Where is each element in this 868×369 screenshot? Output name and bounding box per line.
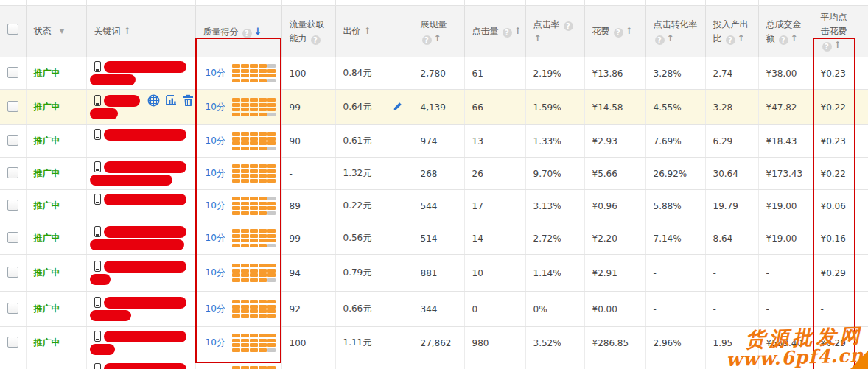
cell-keyword[interactable] — [86, 292, 195, 327]
col-header-roi[interactable]: 投入产出比?↑ — [705, 6, 758, 57]
col-header-ctr[interactable]: 点击率?↑ — [525, 6, 584, 57]
help-icon[interactable]: ? — [822, 42, 832, 52]
cell-status[interactable]: 推广中 — [26, 90, 86, 125]
quality-score-value[interactable]: 10分 — [206, 267, 225, 279]
quality-score-value[interactable]: 10分 — [206, 101, 225, 113]
edit-bid-icon[interactable] — [392, 100, 404, 114]
help-icon[interactable]: ? — [726, 35, 735, 45]
cell-keyword[interactable] — [86, 125, 195, 158]
cell-bid[interactable]: 0.84元 — [335, 57, 413, 90]
sort-up-icon[interactable]: ↑ — [514, 26, 522, 36]
col-header-cost[interactable]: 花费?↑ — [584, 6, 645, 57]
cell-checkbox — [0, 57, 26, 90]
sort-up-icon[interactable]: ↑ — [667, 33, 674, 43]
row-checkbox[interactable] — [7, 200, 18, 211]
cell-bid[interactable]: 0.22元 — [335, 190, 413, 222]
cell-status[interactable]: 推广中 — [26, 255, 86, 292]
col-header-cvr[interactable]: 点击转化率?↑ — [645, 6, 705, 57]
col-header-quality[interactable]: 质量得分?↓ — [195, 6, 281, 57]
filter-dropdown-icon[interactable]: ▼ — [60, 27, 65, 35]
help-icon[interactable]: ? — [655, 35, 665, 45]
help-icon[interactable]: ? — [614, 28, 623, 38]
select-all-checkbox[interactable] — [7, 24, 18, 35]
row-checkbox[interactable] — [7, 167, 18, 178]
cell-status[interactable]: 推广中 — [26, 359, 86, 369]
quality-score-value[interactable]: 10分 — [206, 167, 225, 180]
cell-keyword[interactable] — [86, 255, 195, 292]
cell-bid[interactable]: 1.11元 — [335, 327, 413, 359]
cell-bid[interactable]: 0.79元 — [335, 255, 413, 292]
trash-icon[interactable] — [183, 94, 194, 107]
row-checkbox[interactable] — [7, 67, 18, 78]
sort-down-icon[interactable]: ↓ — [254, 26, 262, 37]
cell-status[interactable]: 推广中 — [26, 158, 86, 190]
cell-keyword[interactable] — [86, 327, 195, 359]
cell-keyword[interactable] — [86, 222, 195, 255]
help-icon[interactable]: ? — [311, 35, 321, 45]
quality-score-value[interactable]: 10分 — [206, 232, 225, 245]
cell-keyword[interactable] — [86, 359, 195, 369]
row-checkbox[interactable] — [7, 337, 18, 348]
row-checkbox[interactable] — [7, 101, 18, 112]
cell-bid[interactable]: 1.40元 — [335, 359, 413, 369]
row-checkbox[interactable] — [7, 267, 18, 278]
sort-up-icon[interactable]: ↑ — [124, 26, 131, 36]
table-row: 推广中 10分 89 0.22元 544 17 3.13% ¥0.96 5.88… — [0, 190, 868, 222]
cell-roi: 9.95 — [705, 359, 758, 369]
cell-keyword[interactable] — [86, 190, 195, 222]
cell-bid[interactable]: 0.66元 — [335, 292, 413, 327]
col-header-impressions[interactable]: 展现量?↑ — [413, 6, 464, 57]
sort-up-icon[interactable]: ↑ — [834, 40, 841, 50]
help-icon[interactable]: ? — [564, 21, 573, 31]
col-label: 关键词 — [94, 26, 121, 36]
cell-bid[interactable]: 1.32元 — [335, 158, 413, 190]
col-header-bid[interactable]: 出价↑ — [335, 6, 413, 57]
sort-up-icon[interactable]: ↑ — [364, 26, 371, 36]
crosshair-icon[interactable] — [147, 94, 160, 107]
help-icon[interactable]: ? — [422, 35, 432, 45]
help-icon[interactable]: ? — [779, 35, 788, 45]
row-checkbox[interactable] — [7, 135, 18, 146]
col-label: 花费 — [592, 26, 610, 36]
cell-status[interactable]: 推广中 — [26, 327, 86, 359]
col-header-status[interactable]: 状态▼ — [26, 6, 86, 57]
quality-score-value[interactable]: 10分 — [206, 303, 225, 315]
help-icon[interactable]: ? — [242, 29, 252, 38]
help-icon[interactable]: ? — [503, 28, 512, 38]
cell-status[interactable]: 推广中 — [26, 125, 86, 158]
cell-keyword[interactable] — [86, 158, 195, 190]
col-header-avg_cpc[interactable]: 平均点击花费?↑ — [813, 6, 855, 57]
cell-bid[interactable]: 0.64元 — [335, 90, 413, 125]
quality-score-value[interactable]: 10分 — [206, 337, 225, 349]
cell-keyword[interactable] — [86, 90, 195, 125]
sort-up-icon[interactable]: ↑ — [791, 33, 798, 43]
col-header-keyword[interactable]: 关键词↑ — [86, 6, 195, 57]
sort-up-icon[interactable]: ↑ — [738, 33, 745, 43]
quality-score-value[interactable]: 10分 — [206, 135, 225, 147]
quality-score-value[interactable]: 10分 — [206, 67, 225, 80]
sort-up-icon[interactable]: ↑ — [626, 26, 633, 36]
cell-status[interactable]: 推广中 — [26, 222, 86, 255]
cell-cost: ¥13.86 — [584, 57, 645, 90]
cell-status[interactable]: 推广中 — [26, 57, 86, 90]
col-header-clicks[interactable]: 点击量?↑ — [464, 6, 525, 57]
row-checkbox[interactable] — [7, 232, 18, 243]
row-checkbox[interactable] — [7, 303, 18, 314]
cell-roi: - — [705, 292, 758, 327]
cell-status[interactable]: 推广中 — [26, 292, 86, 327]
cell-bid[interactable]: 0.56元 — [335, 222, 413, 255]
cell-impressions: 974 — [413, 125, 464, 158]
report-icon[interactable] — [165, 94, 178, 107]
sort-up-icon[interactable]: ↑ — [534, 33, 542, 43]
col-header-traffic[interactable]: 流量获取能力? — [281, 6, 335, 57]
col-header-gmv[interactable]: 总成交金额?↑ — [758, 6, 813, 57]
cell-bid[interactable]: 0.61元 — [335, 125, 413, 158]
sort-up-icon[interactable]: ↑ — [434, 33, 441, 43]
cell-gmv: - — [758, 255, 813, 292]
col-header-checkbox[interactable] — [0, 6, 26, 57]
keyword-report-table: 状态▼关键词↑质量得分?↓流量获取能力?出价↑展现量?↑点击量?↑点击率?↑花费… — [0, 0, 868, 369]
quality-score-value[interactable]: 10分 — [206, 200, 225, 212]
cell-status[interactable]: 推广中 — [26, 190, 86, 222]
cell-keyword[interactable] — [86, 57, 195, 90]
cell-traffic-ability: - — [281, 158, 335, 190]
